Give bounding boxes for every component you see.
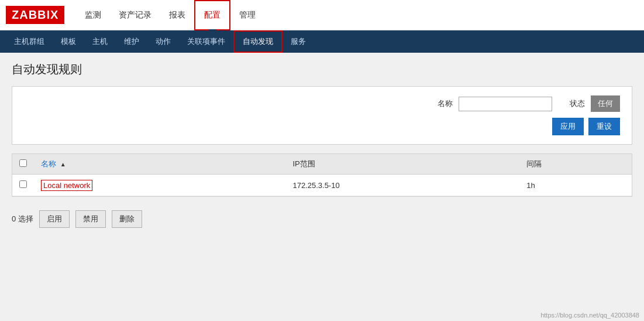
name-filter-label: 名称 — [438, 98, 453, 109]
status-filter-button[interactable]: 任何 — [591, 95, 620, 112]
row-checkbox-cell — [12, 175, 34, 196]
table-container: 名称 ▲ IP范围 间隔 Local network 172.25.3.5-10 — [12, 153, 632, 197]
nav-monitor[interactable]: 监测 — [76, 0, 110, 30]
rule-name-link[interactable]: Local network — [41, 180, 92, 191]
nav-auto-discover[interactable]: 自动发现 — [233, 30, 283, 53]
table-header: 名称 ▲ IP范围 间隔 — [12, 154, 632, 175]
table-row: Local network 172.25.3.5-10 1h — [12, 175, 632, 196]
logo: ZABBIX — [6, 6, 64, 24]
ip-range-column-header: IP范围 — [285, 154, 519, 175]
nav-service[interactable]: 服务 — [283, 30, 314, 53]
select-all-header — [12, 154, 34, 175]
filter-actions: 应用 重设 — [24, 118, 620, 135]
row-checkbox[interactable] — [19, 180, 27, 188]
select-all-checkbox[interactable] — [19, 159, 27, 167]
second-nav-list: 主机群组 模板 主机 维护 动作 关联项事件 自动发现 服务 — [6, 30, 314, 53]
logo-text: ZABBIX — [12, 8, 58, 21]
enable-button[interactable]: 启用 — [39, 210, 70, 228]
filter-row: 名称 状态 任何 — [24, 95, 620, 112]
apply-button[interactable]: 应用 — [552, 118, 584, 135]
sort-arrow-icon: ▲ — [60, 161, 66, 168]
reset-button[interactable]: 重设 — [588, 118, 620, 135]
top-nav-list: 监测 资产记录 报表 配置 管理 — [76, 0, 264, 30]
nav-reports[interactable]: 报表 — [160, 0, 194, 30]
disable-button[interactable]: 禁用 — [75, 210, 106, 228]
nav-maintain[interactable]: 维护 — [116, 30, 147, 53]
status-filter-label: 状态 — [570, 98, 585, 109]
nav-related-event[interactable]: 关联项事件 — [179, 30, 233, 53]
nav-manage[interactable]: 管理 — [230, 0, 264, 30]
table-body: Local network 172.25.3.5-10 1h — [12, 175, 632, 196]
nav-template[interactable]: 模板 — [53, 30, 84, 53]
interval-column-header: 间隔 — [519, 154, 632, 175]
nav-host[interactable]: 主机 — [84, 30, 116, 53]
selected-count: 0 选择 — [12, 214, 33, 224]
interval-cell: 1h — [519, 175, 632, 196]
nav-host-group[interactable]: 主机群组 — [6, 30, 53, 53]
page-content: 自动发现规则 名称 状态 任何 应用 重设 名称 ▲ — [0, 53, 644, 241]
nav-action[interactable]: 动作 — [147, 30, 179, 53]
name-col-label: 名称 — [41, 159, 56, 168]
ip-range-cell: 172.25.3.5-10 — [285, 175, 519, 196]
discovery-rules-table: 名称 ▲ IP范围 间隔 Local network 172.25.3.5-10 — [12, 154, 632, 196]
nav-config[interactable]: 配置 — [194, 0, 230, 30]
page-title: 自动发现规则 — [12, 62, 632, 77]
name-column-header[interactable]: 名称 ▲ — [34, 154, 285, 175]
second-navigation: 主机群组 模板 主机 维护 动作 关联项事件 自动发现 服务 — [0, 30, 644, 53]
rule-name-cell: Local network — [34, 175, 285, 196]
top-navigation: ZABBIX 监测 资产记录 报表 配置 管理 — [0, 0, 644, 30]
nav-assets[interactable]: 资产记录 — [110, 0, 160, 30]
name-filter-input[interactable] — [459, 97, 552, 111]
footer-bar: 0 选择 启用 禁用 删除 — [12, 206, 632, 233]
delete-button[interactable]: 删除 — [112, 210, 142, 228]
filter-box: 名称 状态 任何 应用 重设 — [12, 86, 632, 145]
